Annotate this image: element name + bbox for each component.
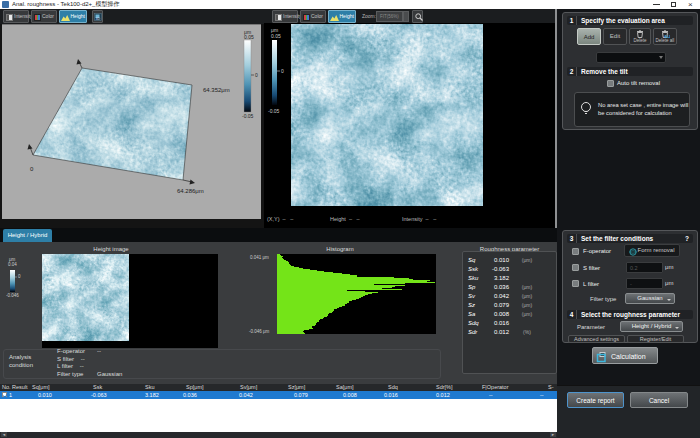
svg-text:-0.046: -0.046 (6, 293, 19, 298)
svg-text:0: 0 (255, 72, 258, 78)
svg-text:64.352μm: 64.352μm (203, 87, 230, 93)
svg-text:0.05: 0.05 (271, 33, 281, 39)
svg-text:0.05: 0.05 (244, 34, 254, 40)
svg-text:0.04: 0.04 (8, 262, 17, 267)
svg-text:64.286μm: 64.286μm (177, 188, 204, 194)
svg-text:0: 0 (30, 166, 34, 172)
svg-text:-0.05: -0.05 (242, 113, 254, 119)
svg-text:3D: 3D (96, 17, 101, 21)
svg-text:-0.05: -0.05 (268, 108, 280, 114)
svg-text:0: 0 (18, 274, 21, 279)
svg-text:0: 0 (281, 68, 284, 74)
